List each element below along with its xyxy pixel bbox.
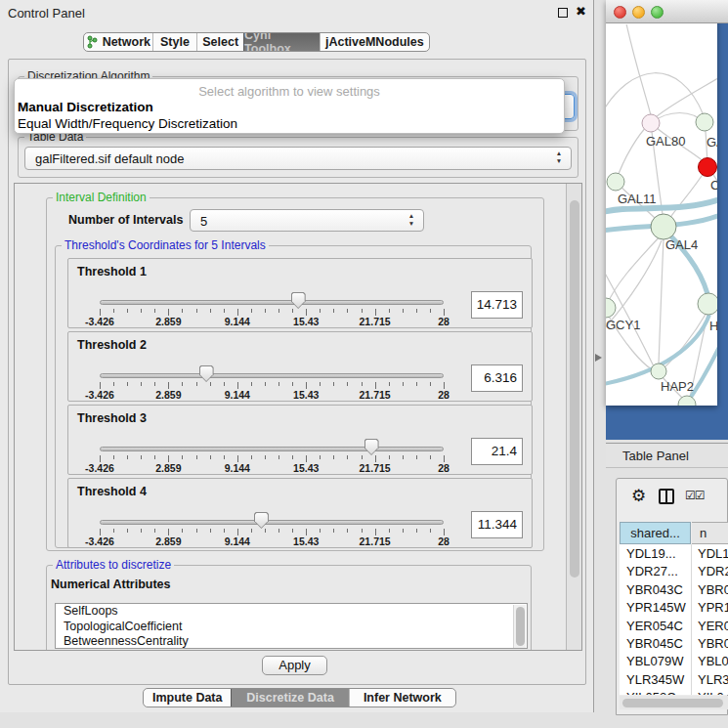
threshold-slider-thumb[interactable]: [199, 365, 214, 382]
close-traffic-light-icon[interactable]: [614, 6, 626, 19]
cell-shared-name: YER054C: [626, 619, 683, 633]
threshold-panel: Threshold 2 -3.4262.8599.14415.4321.7152…: [67, 331, 533, 402]
tab-cyni-toolbox[interactable]: Cyni Toolbox: [243, 33, 320, 51]
attribute-list-item[interactable]: TopologicalCoefficient: [56, 620, 527, 635]
threshold-slider-track[interactable]: [100, 373, 444, 378]
node-label-gal4: GAL4: [665, 237, 698, 252]
table-row[interactable]: YIL052CYIL0: [620, 688, 728, 695]
gear-icon[interactable]: ⚙: [631, 486, 646, 506]
columns-icon[interactable]: [659, 489, 674, 504]
minimize-traffic-light-icon[interactable]: [632, 6, 645, 19]
node-gal11[interactable]: [607, 173, 624, 191]
slider-tick-label: 28: [438, 316, 450, 327]
table-row[interactable]: YPR145WYPR1: [620, 598, 728, 616]
slider-tick: [113, 309, 114, 313]
node-gcy1[interactable]: [606, 298, 616, 318]
table-row[interactable]: YDL19...YDL1: [620, 544, 728, 562]
numerical-attributes-list[interactable]: SelfLoopsTopologicalCoefficientBetweenne…: [55, 603, 528, 649]
node-red-selected[interactable]: [699, 158, 717, 177]
list-scrollbar[interactable]: [513, 605, 526, 649]
zoom-traffic-light-icon[interactable]: [651, 6, 664, 19]
float-window-icon[interactable]: [558, 8, 568, 18]
slider-tick: [389, 309, 390, 313]
spinner-arrows-icon: ▲▼: [407, 212, 416, 228]
slider-tick: [210, 382, 211, 386]
node-label-gal80: GAL80: [646, 134, 685, 149]
slider-tick: [224, 529, 225, 533]
slider-tick: [100, 382, 101, 389]
slider-tick: [362, 529, 363, 533]
table-row[interactable]: YLR345WYLR3: [620, 670, 728, 688]
apply-button[interactable]: Apply: [262, 656, 327, 675]
table-data-group: Table Data galFiltered.sif default node …: [18, 137, 578, 178]
node-green-top-right[interactable]: [696, 113, 713, 131]
network-edges: [606, 24, 717, 401]
mouse-cursor: [595, 354, 602, 362]
tab-style[interactable]: Style: [152, 33, 197, 51]
network-canvas[interactable]: GAL80 GA C GAL11 GAL4 GCY1 H HAP2: [606, 24, 717, 406]
settings-scrollbar-thumb[interactable]: [570, 200, 579, 578]
settings-scroll-panel: Interval Definition Number of Intervals …: [14, 183, 582, 651]
threshold-slider-thumb[interactable]: [291, 292, 306, 309]
tab-discretize-data[interactable]: Discretize Data: [231, 689, 348, 707]
threshold-value-field[interactable]: 14.713: [471, 291, 523, 319]
slider-tick-label: 9.144: [225, 535, 250, 547]
attribute-list-item[interactable]: BetweennessCentrality: [56, 634, 527, 649]
attribute-list-item[interactable]: SelfLoops: [56, 604, 527, 620]
select-columns-icon[interactable]: ☑☑: [685, 489, 705, 502]
table-row[interactable]: YBL079WYBL0: [620, 652, 728, 669]
node-hap2[interactable]: [651, 364, 666, 379]
table-hscrollbar-thumb[interactable]: [622, 699, 723, 707]
threshold-value-field[interactable]: 21.4: [471, 438, 523, 465]
tab-infer-network[interactable]: Infer Network: [349, 689, 455, 707]
node-gal4[interactable]: [651, 214, 676, 239]
column-header-shared-name[interactable]: shared...: [620, 522, 691, 544]
threshold-slider-track[interactable]: [100, 520, 444, 525]
table-data-combobox[interactable]: galFiltered.sif default node ▲▼: [24, 147, 572, 170]
slider-tick: [251, 455, 252, 459]
threshold-slider-thumb[interactable]: [364, 439, 379, 455]
slider-tick-label: 2.859: [155, 389, 181, 401]
tab-network[interactable]: Network: [84, 33, 152, 51]
threshold-value-field[interactable]: 6.316: [471, 364, 523, 392]
dropdown-option-manual-discretization[interactable]: Manual Discretization: [18, 100, 153, 114]
slider-tick: [168, 382, 169, 389]
table-hscrollbar[interactable]: [620, 696, 728, 709]
slider-tick: [306, 309, 307, 316]
slider-tick: [210, 529, 211, 533]
slider-tick: [416, 382, 417, 386]
slider-tick: [251, 309, 252, 313]
slider-tick: [251, 382, 252, 386]
table-row[interactable]: YER054CYER0: [620, 617, 728, 634]
threshold-label: Threshold 4: [77, 485, 147, 498]
network-nodes[interactable]: [606, 113, 717, 406]
close-icon[interactable]: ✖: [576, 4, 586, 19]
cell-name: YBR0: [698, 636, 728, 651]
tab-impute-data[interactable]: Impute Data: [144, 689, 231, 707]
column-header-name[interactable]: n: [692, 522, 728, 544]
table-row[interactable]: YDR27...YDR2: [620, 562, 728, 579]
attribute-items: SelfLoopsTopologicalCoefficientBetweenne…: [56, 604, 527, 649]
slider-tick: [333, 529, 334, 533]
slider-tick: [403, 455, 404, 459]
tab-jactivemnodules[interactable]: jActiveMNodules: [320, 33, 429, 51]
threshold-label: Threshold 1: [77, 265, 147, 278]
threshold-slider-track[interactable]: [100, 300, 444, 305]
dropdown-hint: Select algorithm to view settings: [15, 84, 564, 99]
node-pink[interactable]: [642, 114, 660, 132]
number-of-intervals-spinner[interactable]: 5 ▲▼: [190, 209, 424, 232]
settings-scrollbar[interactable]: [566, 184, 581, 650]
node-label-clipped-mid: C: [710, 178, 717, 193]
dropdown-option-equal-width-frequency[interactable]: Equal Width/Frequency Discretization: [18, 116, 237, 131]
threshold-slider-track[interactable]: [100, 447, 444, 451]
network-window-titlebar[interactable]: [606, 0, 728, 23]
threshold-slider-thumb[interactable]: [254, 512, 269, 529]
cell-name: YER0: [698, 619, 728, 633]
tab-select[interactable]: Select: [196, 33, 243, 51]
table-row[interactable]: YBR045CYBR0: [620, 634, 728, 652]
threshold-value-field[interactable]: 11.344: [471, 511, 523, 538]
list-scrollbar-thumb[interactable]: [516, 607, 525, 646]
slider-tick: [292, 309, 293, 313]
node-right-clipped[interactable]: [698, 293, 717, 315]
table-row[interactable]: YBR043CYBR0: [620, 580, 728, 598]
